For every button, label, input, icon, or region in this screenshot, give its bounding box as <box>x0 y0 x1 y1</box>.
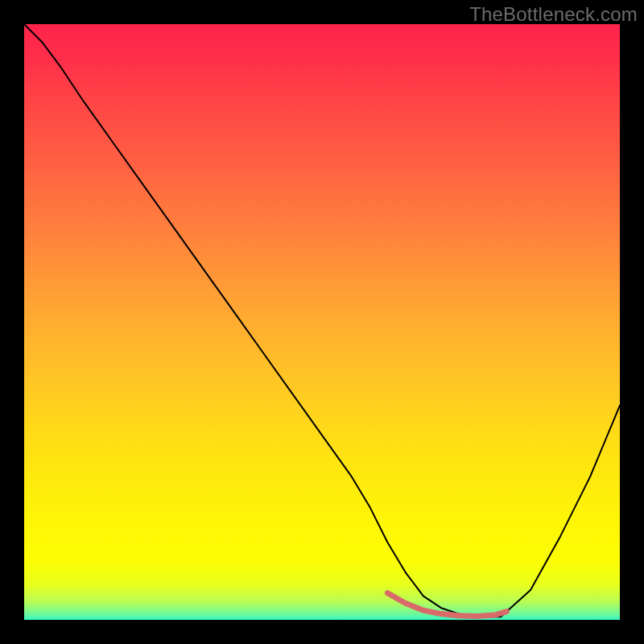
series-bottleneck-curve <box>24 24 620 617</box>
series-optimal-band <box>387 593 506 617</box>
plot-area <box>24 24 620 620</box>
chart-svg <box>24 24 620 620</box>
chart-frame: TheBottleneck.com <box>0 0 644 644</box>
watermark-text: TheBottleneck.com <box>469 3 638 26</box>
